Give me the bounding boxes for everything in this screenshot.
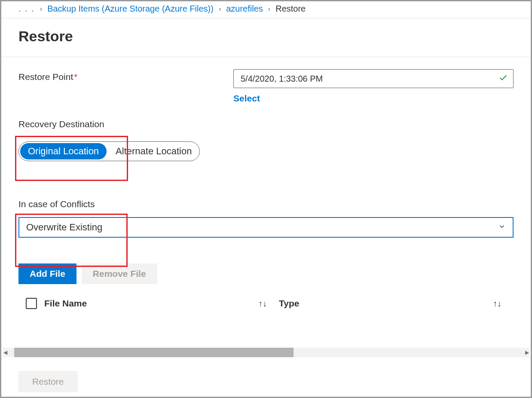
checkmark-icon bbox=[498, 73, 508, 85]
breadcrumb-ellipsis[interactable]: . . . bbox=[18, 4, 35, 14]
page-title: Restore bbox=[1, 18, 531, 57]
column-type[interactable]: Type ↑↓ bbox=[279, 298, 514, 309]
add-file-button[interactable]: Add File bbox=[18, 263, 76, 284]
restore-point-label: Restore Point* bbox=[18, 69, 233, 82]
breadcrumb-backup-items[interactable]: Backup Items (Azure Storage (Azure Files… bbox=[47, 4, 214, 14]
breadcrumb: . . . › Backup Items (Azure Storage (Azu… bbox=[1, 1, 531, 18]
breadcrumb-azurefiles[interactable]: azurefiles bbox=[226, 4, 263, 14]
toggle-original-location[interactable]: Original Location bbox=[20, 143, 107, 159]
toggle-alternate-location[interactable]: Alternate Location bbox=[108, 142, 199, 161]
file-table-header: File Name ↑↓ Type ↑↓ bbox=[18, 298, 514, 309]
restore-point-input[interactable]: 5/4/2020, 1:33:06 PM bbox=[233, 69, 514, 88]
sort-icon: ↑↓ bbox=[493, 299, 501, 309]
scroll-left-arrow-icon[interactable]: ◀ bbox=[3, 349, 8, 355]
conflicts-dropdown[interactable]: Overwrite Existing bbox=[18, 217, 514, 238]
required-star-icon: * bbox=[74, 72, 77, 82]
restore-button: Restore bbox=[18, 371, 78, 392]
column-filename[interactable]: File Name ↑↓ bbox=[44, 298, 279, 309]
chevron-right-icon: › bbox=[268, 5, 270, 13]
select-link[interactable]: Select bbox=[233, 93, 260, 104]
scroll-right-arrow-icon[interactable]: ▶ bbox=[524, 349, 529, 355]
scrollbar-thumb[interactable] bbox=[14, 348, 294, 357]
restore-point-value: 5/4/2020, 1:33:06 PM bbox=[241, 74, 323, 84]
select-all-checkbox[interactable] bbox=[26, 298, 37, 309]
horizontal-scrollbar[interactable]: ◀ ▶ bbox=[3, 348, 529, 357]
chevron-right-icon: › bbox=[219, 5, 221, 13]
breadcrumb-current: Restore bbox=[275, 4, 306, 14]
recovery-destination-label: Recovery Destination bbox=[18, 119, 514, 129]
sort-icon: ↑↓ bbox=[258, 299, 267, 309]
conflicts-value: Overwrite Existing bbox=[26, 222, 102, 233]
remove-file-button: Remove File bbox=[82, 263, 157, 284]
recovery-destination-toggle[interactable]: Original Location Alternate Location bbox=[18, 141, 200, 161]
chevron-right-icon: › bbox=[40, 5, 42, 13]
conflicts-label: In case of Conflicts bbox=[18, 199, 514, 209]
chevron-down-icon bbox=[498, 222, 506, 233]
